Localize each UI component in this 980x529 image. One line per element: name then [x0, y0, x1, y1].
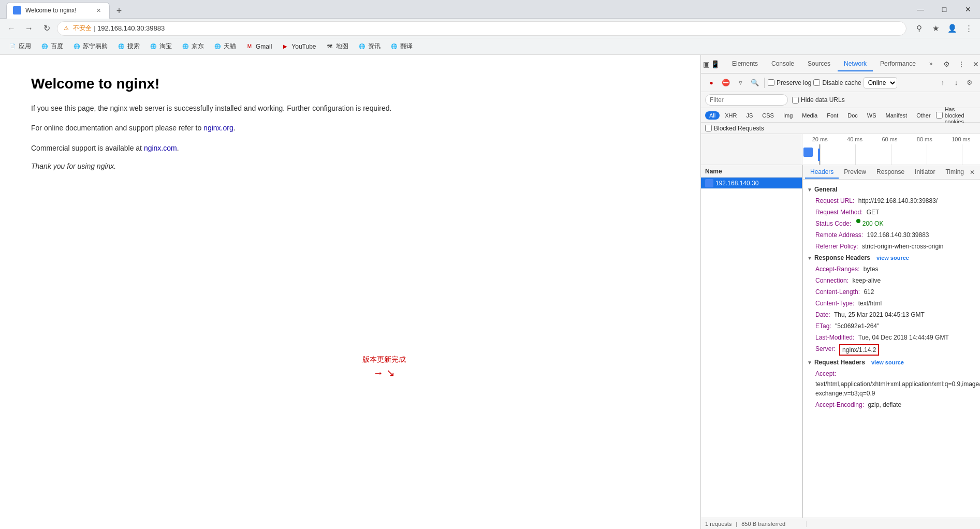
header-remote-address: Remote Address: 192.168.140.30:39883	[807, 229, 976, 241]
tab-close-button[interactable]: ✕	[94, 6, 103, 15]
throttle-select[interactable]: Online	[864, 77, 897, 89]
filter-media[interactable]: Media	[798, 111, 822, 120]
blocked-cookies-checkbox[interactable]	[936, 112, 943, 119]
bookmark-suning[interactable]: 🌐 苏宁易购	[68, 40, 112, 53]
request-headers-section-header[interactable]: Request Headers view source	[807, 357, 976, 368]
response-headers-section-header[interactable]: Response Headers view source	[807, 252, 976, 263]
preserve-log-checkbox[interactable]	[768, 79, 774, 86]
header-value-remote: 192.168.140.30:39883	[867, 230, 929, 240]
filter-ws[interactable]: WS	[863, 111, 881, 120]
devtools-settings-button[interactable]: ⚙	[940, 57, 954, 71]
hdr-tab-headers[interactable]: Headers	[805, 166, 839, 179]
bookmark-baidu[interactable]: 🌐 百度	[36, 40, 67, 53]
hide-urls-checkbox-container: Hide data URLs	[792, 96, 845, 104]
footer-transferred: 850 B transferred	[741, 521, 785, 527]
filter-css[interactable]: CSS	[758, 111, 778, 120]
tab-elements[interactable]: Elements	[726, 57, 764, 71]
filter-all[interactable]: All	[705, 111, 720, 120]
upload-button[interactable]: ↑	[937, 77, 949, 89]
bookmark-star-icon[interactable]: ★	[928, 21, 943, 36]
devtools-more-button[interactable]: ⋮	[955, 57, 968, 71]
record-button[interactable]: ●	[705, 77, 718, 89]
search-button[interactable]: 🔍	[749, 77, 761, 89]
tab-sources[interactable]: Sources	[801, 57, 837, 71]
tab-more[interactable]: »	[923, 57, 939, 71]
jd-icon: 🌐	[181, 42, 189, 51]
page-para3: Commercial support is available at nginx…	[31, 142, 669, 154]
bookmark-gmail-label: Gmail	[256, 43, 272, 50]
headers-tabs: Headers Preview Response Initiator Timin…	[803, 165, 980, 180]
status-ok-dot	[856, 219, 860, 223]
profile-icon[interactable]: 👤	[945, 21, 959, 36]
bookmark-maps[interactable]: 🗺 地图	[321, 40, 353, 53]
response-view-source-link[interactable]: view source	[876, 255, 909, 261]
inspect-element-button[interactable]: ▣	[703, 57, 710, 71]
new-tab-button[interactable]: +	[112, 4, 126, 19]
minimize-button[interactable]: —	[909, 0, 932, 19]
browser-tab[interactable]: Welcome to nginx! ✕	[6, 2, 110, 19]
hide-urls-label: Hide data URLs	[801, 96, 845, 104]
bookmark-apps[interactable]: 📄 应用	[4, 40, 35, 53]
nginx-com-link[interactable]: nginx.com	[144, 144, 177, 152]
tab-performance[interactable]: Performance	[874, 57, 922, 71]
bookmark-translate[interactable]: 🌐 翻译	[386, 40, 417, 53]
network-filter-bar: All XHR JS CSS Img Media Font Doc WS Man…	[701, 108, 980, 123]
filter-input[interactable]	[705, 94, 788, 106]
hdr-tab-initiator[interactable]: Initiator	[910, 166, 940, 179]
back-button[interactable]: ←	[4, 21, 19, 36]
address-input[interactable]: ⚠ 不安全 | 192.168.140.30:39883	[57, 21, 906, 36]
request-view-source-link[interactable]: view source	[871, 359, 904, 365]
footer-left: 1 requests | 850 B transferred	[705, 521, 807, 527]
filter-font[interactable]: Font	[823, 111, 842, 120]
bookmark-youtube-label: YouTube	[291, 43, 316, 50]
forward-button[interactable]: →	[22, 21, 36, 36]
hdr-tab-timing[interactable]: Timing	[940, 166, 969, 179]
devtools-close-button[interactable]: ✕	[969, 57, 981, 71]
general-section-header[interactable]: General	[807, 184, 976, 195]
download-button[interactable]: ↓	[950, 77, 962, 89]
header-request-url: Request URL: http://192.168.140.30:39883…	[807, 195, 976, 207]
req-header-accept: Accept: text/html,application/xhtml+xml,…	[807, 368, 976, 399]
clear-button[interactable]: ⛔	[720, 77, 732, 89]
filter-other[interactable]: Other	[912, 111, 935, 120]
nginx-org-link[interactable]: nginx.org	[203, 124, 233, 132]
filter-doc[interactable]: Doc	[843, 111, 862, 120]
filter-js[interactable]: JS	[742, 111, 757, 120]
bookmark-gmail[interactable]: M Gmail	[241, 40, 276, 53]
blocked-cookies-checkbox-container: Has blocked cookies	[936, 106, 976, 125]
tab-network[interactable]: Network	[838, 57, 873, 71]
bookmark-search[interactable]: 🌐 搜索	[113, 40, 144, 53]
hide-urls-checkbox[interactable]	[792, 97, 799, 104]
filter-manifest[interactable]: Manifest	[882, 111, 912, 120]
hdr-tab-response[interactable]: Response	[871, 166, 910, 179]
menu-icon[interactable]: ⋮	[961, 21, 976, 36]
req-name-accept: Accept:	[815, 369, 836, 378]
headers-close-button[interactable]: ✕	[967, 167, 978, 178]
hdr-tab-preview[interactable]: Preview	[839, 166, 871, 179]
close-window-button[interactable]: ✕	[956, 0, 980, 19]
bookmark-tmall[interactable]: 🌐 天猫	[209, 40, 240, 53]
network-row-0[interactable]: 192.168.140.30	[701, 178, 802, 189]
bookmark-taobao[interactable]: 🌐 淘宝	[145, 40, 176, 53]
bookmark-jd[interactable]: 🌐 京东	[177, 40, 208, 53]
maximize-button[interactable]: □	[932, 0, 956, 19]
reload-button[interactable]: ↻	[39, 21, 54, 36]
resp-name-last-modified: Last-Modified:	[815, 333, 854, 342]
bookmark-news[interactable]: 🌐 资讯	[354, 40, 385, 53]
resp-name-server: Server:	[815, 344, 836, 356]
bookmark-youtube[interactable]: ▶ YouTube	[277, 40, 320, 53]
gmail-icon: M	[245, 42, 254, 51]
network-settings-button[interactable]: ⚙	[963, 77, 976, 89]
blocked-requests-checkbox[interactable]	[705, 125, 712, 131]
filter-button[interactable]: ▿	[734, 77, 747, 89]
resp-name-content-length: Content-Length:	[815, 287, 860, 297]
tab-console[interactable]: Console	[765, 57, 800, 71]
req-header-accept-encoding: Accept-Encoding: gzip, deflate	[807, 399, 976, 410]
para2-prefix: For online documentation and support ple…	[31, 124, 203, 132]
translate-icon[interactable]: ⚲	[912, 21, 926, 36]
disable-cache-checkbox[interactable]	[813, 79, 820, 86]
filter-xhr[interactable]: XHR	[721, 111, 741, 120]
device-toggle-button[interactable]: 📱	[711, 57, 720, 71]
filter-img[interactable]: Img	[779, 111, 797, 120]
resp-header-date: Date: Thu, 25 Mar 2021 04:45:13 GMT	[807, 309, 976, 320]
